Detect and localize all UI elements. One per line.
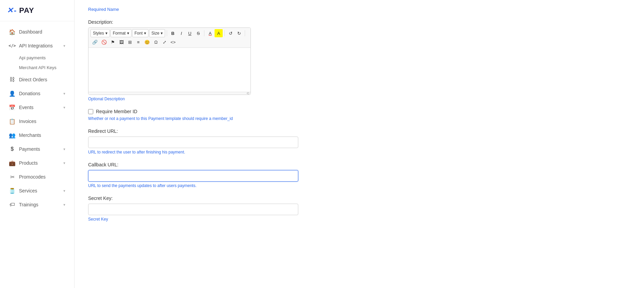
required-name-label: Required Name: [88, 7, 630, 12]
sidebar-item-label: Trainings: [19, 202, 38, 207]
toolbar-divider: [204, 30, 204, 36]
redirect-url-hint: URL to redirect the user to after finish…: [88, 150, 630, 155]
chevron-down-icon: ▾: [63, 44, 65, 48]
format-dropdown[interactable]: Format ▾: [110, 29, 132, 37]
font-dropdown[interactable]: Font ▾: [132, 29, 148, 37]
strikethrough-button[interactable]: S: [194, 29, 202, 37]
description-editor: Styles ▾ Format ▾ Font ▾: [88, 27, 251, 95]
chevron-down-icon: ▾: [63, 147, 65, 151]
sidebar-item-promocodes[interactable]: ✂ Promocodes: [3, 170, 72, 184]
events-icon: 📅: [9, 104, 16, 111]
redirect-url-input[interactable]: [88, 137, 298, 148]
bg-color-button[interactable]: A: [215, 29, 223, 37]
sidebar-item-products[interactable]: 💼 Products ▾: [3, 156, 72, 170]
description-input[interactable]: [88, 48, 250, 92]
sidebar-item-label: Direct Orders: [19, 77, 47, 82]
member-id-hint: Whether or not a payment to this Payment…: [88, 116, 630, 121]
sidebar: ✕- PAY 🏠 Dashboard </> API Integrations …: [0, 0, 75, 288]
sidebar-item-direct-orders[interactable]: ⛓ Direct Orders: [3, 73, 72, 86]
styles-dropdown[interactable]: Styles ▾: [90, 29, 110, 37]
sidebar-sub-api-payments[interactable]: Api payments: [3, 53, 72, 63]
sidebar-item-services[interactable]: 🫙 Services ▾: [3, 184, 72, 198]
bold-button[interactable]: B: [169, 29, 177, 37]
chevron-down-icon: ▾: [63, 91, 65, 96]
logo: ✕- PAY: [0, 0, 74, 21]
emoji-button[interactable]: 😊: [143, 38, 152, 46]
chevron-down-icon: ▾: [105, 31, 107, 36]
special-char-button[interactable]: Ω: [152, 38, 160, 46]
underline-button[interactable]: U: [186, 29, 194, 37]
sidebar-item-trainings[interactable]: 🏷 Trainings ▾: [3, 198, 72, 211]
undo-button[interactable]: ↺: [226, 29, 235, 37]
callback-url-section: Callback URL: URL to send the payments u…: [88, 162, 630, 188]
logo-text: PAY: [19, 6, 34, 15]
redo-button[interactable]: ↻: [235, 29, 243, 37]
chevron-down-icon: ▾: [63, 105, 65, 110]
chevron-down-icon: ▾: [63, 189, 65, 193]
toolbar-divider: [224, 30, 225, 36]
callback-url-input[interactable]: [88, 170, 298, 182]
sidebar-item-label: Services: [19, 188, 37, 193]
main-content: Required Name Description: Styles ▾ Form…: [75, 0, 644, 288]
promocodes-icon: ✂: [9, 173, 16, 180]
sidebar-item-label: Donations: [19, 91, 40, 96]
code-button[interactable]: <>: [169, 38, 177, 46]
invoices-icon: 📋: [9, 118, 16, 125]
chevron-down-icon: ▾: [161, 31, 163, 36]
description-section: Description: Styles ▾ Format ▾: [88, 19, 630, 101]
sidebar-item-donations[interactable]: 👤 Donations ▾: [3, 87, 72, 100]
required-name-section: Required Name: [88, 7, 630, 12]
sidebar-sub-merchant-api-keys[interactable]: Merchant API Keys: [3, 63, 72, 73]
italic-button[interactable]: I: [177, 29, 185, 37]
chevron-down-icon: ▾: [127, 31, 129, 36]
secret-key-section: Secret Key: Secret Key: [88, 196, 630, 222]
sidebar-item-label: Promocodes: [19, 174, 46, 180]
merchants-icon: 👥: [9, 132, 16, 139]
chevron-down-icon: ▾: [144, 31, 146, 36]
list-button[interactable]: ≡: [134, 38, 142, 46]
sidebar-item-label: Invoices: [19, 119, 36, 124]
sidebar-item-label: Payments: [19, 146, 40, 152]
sidebar-item-api-integrations[interactable]: </> API Integrations ▾: [3, 39, 72, 53]
size-dropdown[interactable]: Size ▾: [149, 29, 165, 37]
callback-url-hint: URL to send the payments updates to afte…: [88, 183, 630, 188]
resize-icon: ⟲: [246, 91, 249, 95]
description-hint: Optional Description: [88, 97, 630, 101]
sidebar-item-payments[interactable]: $ Payments ▾: [3, 142, 72, 156]
sidebar-item-label: API Integrations: [19, 43, 53, 48]
expand-button[interactable]: ⤢: [160, 38, 168, 46]
redirect-url-label: Redirect URL:: [88, 128, 630, 134]
donations-icon: 👤: [9, 90, 16, 97]
sidebar-item-merchants[interactable]: 👥 Merchants: [3, 128, 72, 142]
sidebar-nav: 🏠 Dashboard </> API Integrations ▾ Api p…: [0, 21, 74, 215]
resize-handle[interactable]: ⟲: [88, 92, 250, 95]
sidebar-item-invoices[interactable]: 📋 Invoices: [3, 115, 72, 128]
sidebar-item-label: Merchants: [19, 132, 41, 138]
secret-key-hint: Secret Key: [88, 217, 630, 222]
logo-icon: ✕: [7, 6, 13, 15]
dashboard-icon: 🏠: [9, 28, 16, 35]
image-button[interactable]: 🖼: [117, 38, 125, 46]
table-button[interactable]: ⊞: [126, 38, 134, 46]
sidebar-item-label: Events: [19, 105, 34, 110]
toolbar-divider: [245, 30, 245, 36]
sidebar-item-dashboard[interactable]: 🏠 Dashboard: [3, 25, 72, 39]
member-id-section: Require Member ID Whether or not a payme…: [88, 109, 630, 121]
sidebar-item-label: Products: [19, 160, 38, 166]
sidebar-item-label: Dashboard: [19, 29, 42, 35]
api-integrations-icon: </>: [9, 42, 16, 49]
secret-key-input[interactable]: [88, 204, 298, 215]
link-button[interactable]: 🔗: [90, 38, 99, 46]
unlink-button[interactable]: 🚫: [100, 38, 108, 46]
require-member-id-checkbox[interactable]: [88, 109, 93, 114]
redirect-url-section: Redirect URL: URL to redirect the user t…: [88, 128, 630, 155]
products-icon: 💼: [9, 160, 16, 166]
payments-icon: $: [9, 146, 16, 152]
require-member-id-label: Require Member ID: [96, 109, 137, 114]
editor-toolbar: Styles ▾ Format ▾ Font ▾: [88, 28, 250, 48]
chevron-down-icon: ▾: [63, 203, 65, 207]
flag-button[interactable]: ⚑: [109, 38, 117, 46]
services-icon: 🫙: [9, 187, 16, 194]
font-color-button[interactable]: A: [206, 29, 214, 37]
sidebar-item-events[interactable]: 📅 Events ▾: [3, 101, 72, 114]
